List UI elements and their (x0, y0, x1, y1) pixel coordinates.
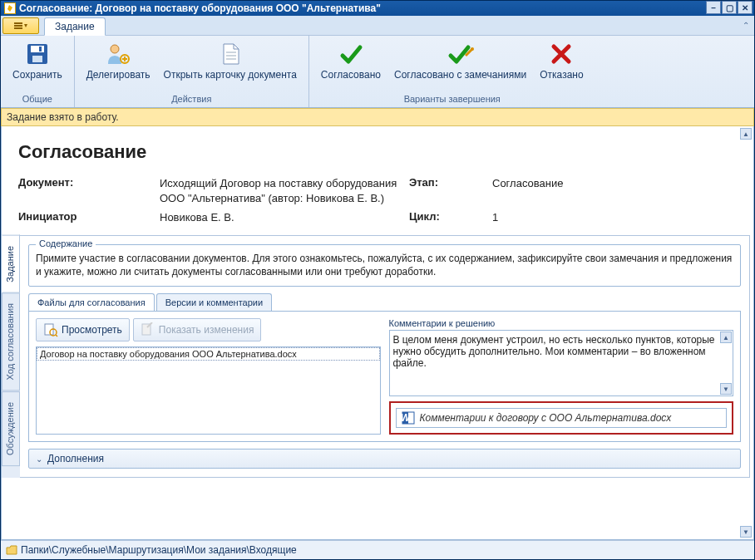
file-list[interactable]: Договор на поставку оборудования ООО Аль… (36, 346, 381, 435)
main-area: ▲ Согласование Документ: Исходящий Догов… (1, 126, 754, 540)
rejected-button[interactable]: Отказано (533, 39, 590, 92)
doc-label: Документ: (18, 176, 160, 205)
approved-label: Согласовано (321, 69, 381, 81)
save-label: Сохранить (12, 69, 62, 81)
comment-scroll-down[interactable]: ▼ (720, 383, 732, 395)
delegate-icon (105, 41, 131, 67)
approved-notes-button[interactable]: Согласовано с замечаниями (387, 39, 533, 92)
inner-tab-versions[interactable]: Версии и комментарии (156, 293, 272, 311)
svg-rect-2 (32, 56, 42, 62)
app-menu-button[interactable]: ▾ (2, 17, 39, 34)
attachment-highlight: W Комментарии к договору с ООО Альтернат… (389, 401, 734, 435)
comment-textarea[interactable]: В целом меня документ устроил, но есть н… (389, 330, 734, 396)
changes-icon (141, 322, 155, 337)
side-tabs: Задание Ход согласования Обсуждение (2, 235, 20, 479)
initiator-value: Новикова Е. В. (160, 210, 409, 225)
ribbon-tab-task[interactable]: Задание (44, 17, 106, 36)
rejected-label: Отказано (540, 69, 583, 81)
approved-button[interactable]: Согласовано (314, 39, 387, 92)
header-block: Согласование Документ: Исходящий Договор… (2, 126, 753, 235)
group-label-actions: Действия (75, 92, 308, 107)
initiator-label: Инициатор (18, 210, 160, 225)
app-icon (4, 2, 16, 14)
delegate-button[interactable]: Делегировать (80, 39, 157, 92)
word-icon: W (402, 411, 415, 425)
additions-expander[interactable]: ⌄ Дополнения (28, 449, 741, 469)
preview-label: Просмотреть (62, 324, 122, 336)
svg-rect-1 (31, 46, 44, 52)
attachment-name: Комментарии к договору с ООО Альтернатив… (420, 412, 672, 424)
chevron-down-icon: ⌄ (36, 454, 42, 464)
stage-label: Этап: (409, 176, 492, 205)
open-card-button[interactable]: Открыть карточку документа (157, 39, 303, 92)
comment-text: В целом меня документ устроил, но есть н… (393, 334, 715, 369)
comment-scroll-up[interactable]: ▲ (720, 332, 732, 343)
ribbon-group-common: Сохранить Общие (1, 36, 75, 107)
save-button[interactable]: Сохранить (6, 39, 69, 92)
svg-point-9 (471, 47, 474, 51)
document-icon (217, 41, 244, 67)
stage-value: Согласование (492, 176, 659, 205)
svg-point-4 (111, 45, 119, 53)
side-tab-flow[interactable]: Ход согласования (2, 292, 20, 391)
window-root: Согласование: Договор на поставку оборуд… (0, 0, 755, 560)
open-card-label: Открыть карточку документа (164, 69, 297, 81)
titlebar: Согласование: Договор на поставку оборуд… (1, 1, 754, 16)
maximize-button[interactable]: ▢ (722, 1, 737, 14)
breadcrumb[interactable]: Папки\Служебные\Маршрутизация\Мои задани… (1, 540, 754, 559)
attachment-row[interactable]: W Комментарии к договору с ООО Альтернат… (396, 408, 728, 428)
ribbon-collapse-icon[interactable]: ⌃ (743, 21, 749, 30)
close-button[interactable]: ✕ (738, 1, 753, 14)
files-section: Файлы для согласования Версии и коммента… (28, 293, 741, 442)
cycle-value: 1 (492, 210, 659, 225)
additions-label: Дополнения (47, 453, 104, 464)
group-label-common: Общие (1, 92, 74, 107)
ribbon-group-actions: Делегировать Открыть карточку документа … (75, 36, 309, 107)
folder-icon (6, 545, 17, 555)
save-icon (24, 41, 51, 67)
preview-button[interactable]: Просмотреть (36, 318, 130, 341)
scroll-up-button[interactable]: ▲ (740, 128, 752, 140)
minimize-button[interactable]: – (706, 1, 721, 14)
approved-notes-label: Согласовано с замечаниями (394, 69, 526, 81)
cycle-label: Цикл: (409, 210, 492, 225)
check-note-icon (447, 41, 474, 67)
side-tab-task[interactable]: Задание (2, 235, 20, 293)
svg-line-12 (56, 335, 57, 336)
show-changes-button[interactable]: Показать изменения (133, 318, 262, 341)
breadcrumb-path: Папки\Служебные\Маршрутизация\Мои задани… (21, 544, 297, 556)
doc-value: Исходящий Договор на поставку оборудован… (160, 176, 409, 205)
group-label-completion: Варианты завершения (309, 92, 595, 107)
side-tab-discussion[interactable]: Обсуждение (2, 391, 20, 466)
cross-icon (548, 41, 575, 67)
show-changes-label: Показать изменения (159, 324, 254, 336)
content-text: Примите участие в согласовании документо… (36, 252, 733, 280)
inner-tab-files[interactable]: Файлы для согласования (28, 293, 155, 311)
window-title: Согласование: Договор на поставку оборуд… (19, 2, 706, 14)
delegate-label: Делегировать (86, 69, 151, 81)
status-message: Задание взято в работу. (1, 108, 754, 126)
ribbon-group-completion: Согласовано Согласовано с замечаниями От… (309, 36, 595, 107)
comments-title: Комментарии к решению (389, 318, 734, 328)
page-title: Согласование (18, 141, 737, 163)
svg-rect-3 (39, 47, 42, 52)
file-row[interactable]: Договор на поставку оборудования ООО Аль… (37, 347, 380, 361)
preview-icon (43, 322, 58, 337)
scroll-down-button[interactable]: ▼ (740, 526, 752, 538)
ribbon-tab-row: ▾ Задание ⌃ (1, 16, 754, 36)
content-groupbox: Содержание Примите участие в согласовани… (28, 244, 741, 287)
check-icon (338, 41, 364, 67)
tab-body-task: Содержание Примите участие в согласовани… (20, 235, 750, 479)
svg-text:W: W (402, 412, 412, 424)
content-group-title: Содержание (36, 238, 96, 248)
ribbon: Сохранить Общие Делегировать Открыть кар… (1, 36, 754, 108)
